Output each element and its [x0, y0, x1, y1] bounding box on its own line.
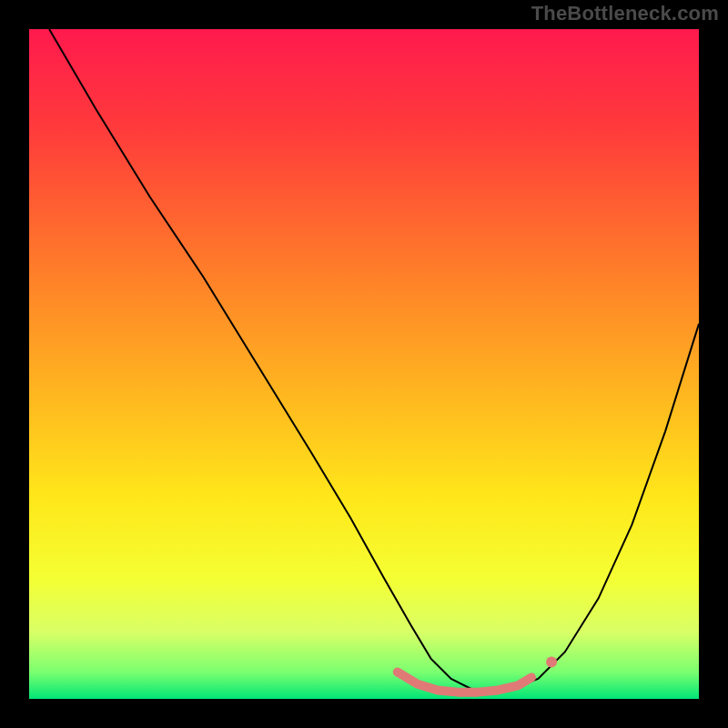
point-accent-dot [546, 657, 557, 668]
points-layer [546, 657, 557, 668]
chart-canvas [0, 0, 728, 728]
chart-frame: TheBottleneck.com [0, 0, 728, 728]
watermark-text: TheBottleneck.com [531, 2, 719, 25]
